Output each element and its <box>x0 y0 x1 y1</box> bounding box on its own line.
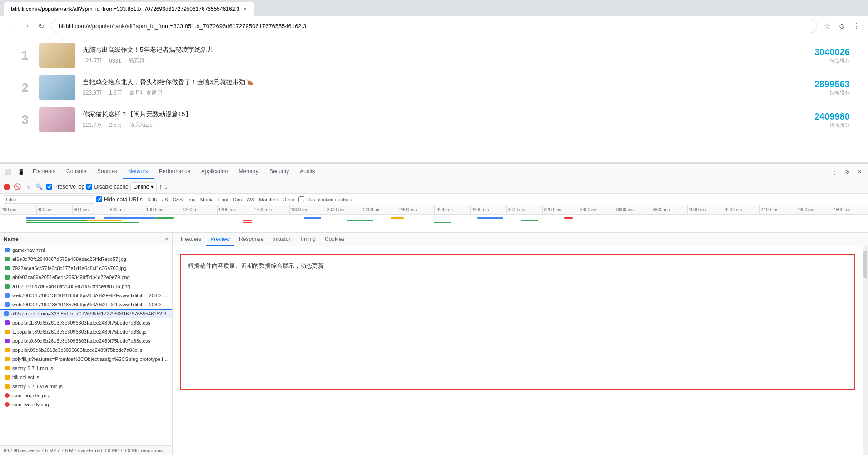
preview-scrollbar[interactable] <box>863 246 868 455</box>
file-type-icon <box>4 311 9 316</box>
record-button[interactable] <box>4 184 10 190</box>
file-item[interactable]: all?spm_id_from=333.851.b_7072696d617279… <box>0 309 172 318</box>
devtools-device-icon[interactable]: 📱 <box>15 165 27 178</box>
browser-toolbar: ← → ↻ bilibili.com/v/popular/rank/all?sp… <box>0 16 868 35</box>
tab-security[interactable]: Security <box>264 165 294 179</box>
file-item[interactable]: popular.1.89d6b2613e3c3096603fadce2489f7… <box>0 318 172 327</box>
file-item[interactable]: popular.89d6b2613e3c3096603fadce2489f75b… <box>0 345 172 355</box>
devtools-settings-icon[interactable]: ⚙ <box>841 165 853 178</box>
search-button[interactable]: 🔍 <box>34 182 45 191</box>
preview-tab-preview[interactable]: Preview <box>206 233 234 246</box>
file-list-panel: Name × game-nav.htmlef6e3d70fc2648867d57… <box>0 233 173 455</box>
file-list-close-button[interactable]: × <box>165 235 169 243</box>
file-type-icon <box>5 357 10 361</box>
rank-number-1: 1 <box>18 48 32 63</box>
file-item[interactable]: abfe03ca09e2051e5edc2693499f5db4d72e0e79… <box>0 273 172 282</box>
tab-audits[interactable]: Audits <box>294 165 320 179</box>
file-item[interactable]: web70000171604381048576https%3A%2F%2Fwww… <box>0 300 172 309</box>
file-item[interactable]: game-nav.html <box>0 245 172 255</box>
file-item[interactable]: a1821478b7d69bb48af7085987006bf4ceaa8715… <box>0 282 172 291</box>
file-item[interactable]: popular.0.89d6b2613e3c3096603fadce2489f7… <box>0 336 172 345</box>
preserve-log-checkbox[interactable] <box>46 184 52 190</box>
forward-button[interactable]: → <box>20 20 33 32</box>
reload-button[interactable]: ↻ <box>35 20 47 32</box>
tick-2600: 2600 ms <box>434 205 471 214</box>
filter-button[interactable]: ⬦ <box>25 182 32 191</box>
tab-performance[interactable]: Performance <box>154 165 196 179</box>
upload-icon[interactable]: ↑ <box>159 183 162 191</box>
preview-tab-cookies[interactable]: Cookies <box>320 233 349 246</box>
file-type-icon <box>5 257 10 261</box>
account-icon[interactable]: ⊙ <box>835 20 848 32</box>
file-item[interactable]: 1.popular.89d6b2613e3c3096603fadce2489f7… <box>0 327 172 336</box>
video-info-1: 无脑写出高级作文！5年老记者揭秘凌字绝活儿 124.5万 6331 杨真真 <box>83 46 807 65</box>
tab-memory[interactable]: Memory <box>233 165 264 179</box>
has-blocked-cookies-checkbox[interactable] <box>298 196 304 202</box>
download-icon[interactable]: ↓ <box>164 183 168 191</box>
preview-box: 根据稿件内容质量、近期的数据综合展示，动态更新 <box>180 254 855 390</box>
devtools-close-icon[interactable]: × <box>853 165 866 178</box>
filter-img[interactable]: Img <box>185 196 197 203</box>
clear-button[interactable]: 🚫 <box>12 182 23 191</box>
video-meta-1: 124.5万 6331 杨真真 <box>83 57 807 65</box>
file-item[interactable]: icon_weekly.png <box>0 400 172 409</box>
preview-scroll-thumb[interactable] <box>863 251 867 278</box>
file-item[interactable]: bili-collect.js <box>0 373 172 382</box>
tab-network[interactable]: Network <box>123 165 154 179</box>
preserve-log-label[interactable]: Preserve log <box>46 184 84 190</box>
devtools-more-icon[interactable]: ⋮ <box>828 165 841 178</box>
address-bar[interactable]: bilibili.com/v/popular/rank/all?spm_id_f… <box>51 19 817 33</box>
devtools-panel: ⬜ 📱 Elements Console Sources Network Per… <box>0 163 868 455</box>
filter-manifest[interactable]: Manifest <box>257 196 280 203</box>
filter-css[interactable]: CSS <box>171 196 185 203</box>
preview-tab-timing[interactable]: Timing <box>295 233 320 246</box>
file-name: sentry-5.7.1.vue.min.js <box>12 384 169 389</box>
tab-application[interactable]: Application <box>196 165 233 179</box>
video-meta-3: 223.7万 2.5万 凌风Kaze <box>83 121 807 129</box>
filter-media[interactable]: Media <box>198 196 216 203</box>
tab-console[interactable]: Console <box>61 165 92 179</box>
file-type-icon <box>5 375 10 380</box>
views-1: 124.5万 <box>83 57 102 65</box>
disable-cache-label[interactable]: Disable cache <box>86 184 128 190</box>
file-type-icon <box>5 320 10 325</box>
file-item[interactable]: ef6e3d70fc2648867d575a468adac25f4d7ecc57… <box>0 255 172 264</box>
file-item[interactable]: sentry-5.7.1.vue.min.js <box>0 382 172 391</box>
file-item[interactable]: 7922ecea5cc76fe3c8c177e1d4a6c8cf1c36a700… <box>0 264 172 273</box>
tab-elements[interactable]: Elements <box>27 165 61 179</box>
file-item[interactable]: sentry-5.7.1.min.js <box>0 364 172 373</box>
tick-4400: 4400 ms <box>759 205 796 214</box>
browser-tab[interactable]: bilibili.com/v/popular/rank/all?spm_id_f… <box>4 2 254 16</box>
filter-other[interactable]: Other <box>281 196 297 203</box>
filter-doc[interactable]: Doc <box>231 196 244 203</box>
hide-data-urls-label[interactable]: Hide data URLs <box>96 196 143 203</box>
has-blocked-cookies-label[interactable]: Has blocked cookies <box>298 196 352 202</box>
video-info-2: 当把鸡交给东北人，骨头都给你做香了！连嗑3只就拉带劲🍗 223.9万 1.3万 … <box>83 78 807 97</box>
file-item[interactable]: web70000171604381048435https%3A%2F%2Fwww… <box>0 291 172 300</box>
devtools-inspect-icon[interactable]: ⬜ <box>2 165 15 178</box>
tab-sources[interactable]: Sources <box>92 165 123 179</box>
back-button[interactable]: ← <box>5 20 18 32</box>
disable-cache-checkbox[interactable] <box>86 184 92 190</box>
file-item[interactable]: icon_popular.png <box>0 391 172 400</box>
filter-js[interactable]: JS <box>160 196 170 203</box>
preview-tab-initiator[interactable]: Initiator <box>268 233 295 246</box>
tab-close-icon[interactable]: × <box>243 5 247 13</box>
hide-data-urls-checkbox[interactable] <box>96 196 102 202</box>
tick-2800: 2800 ms <box>470 205 506 214</box>
file-name: bili-collect.js <box>12 375 169 380</box>
filter-input[interactable] <box>4 195 94 204</box>
preview-scroll-content[interactable]: 根据稿件内容质量、近期的数据综合展示，动态更新 <box>173 246 863 455</box>
filter-ws[interactable]: WS <box>244 196 256 203</box>
file-list-header-name: Name <box>4 236 165 242</box>
file-item[interactable]: polyfill.js?features=Promise%2CObject.as… <box>0 355 172 364</box>
bookmark-icon[interactable]: ☆ <box>821 20 833 32</box>
score-label-2: 综合得分 <box>814 90 850 96</box>
filter-font[interactable]: Font <box>217 196 230 203</box>
preview-tab-response[interactable]: Response <box>234 233 268 246</box>
status-dropdown[interactable]: Online ▾ <box>130 182 157 191</box>
preview-tab-headers[interactable]: Headers <box>176 233 206 246</box>
filter-xhr[interactable]: XHR <box>145 196 159 203</box>
menu-icon[interactable]: ⋮ <box>850 20 863 32</box>
filter-bar: Hide data URLs XHR JS CSS Img Media Font… <box>0 194 868 205</box>
